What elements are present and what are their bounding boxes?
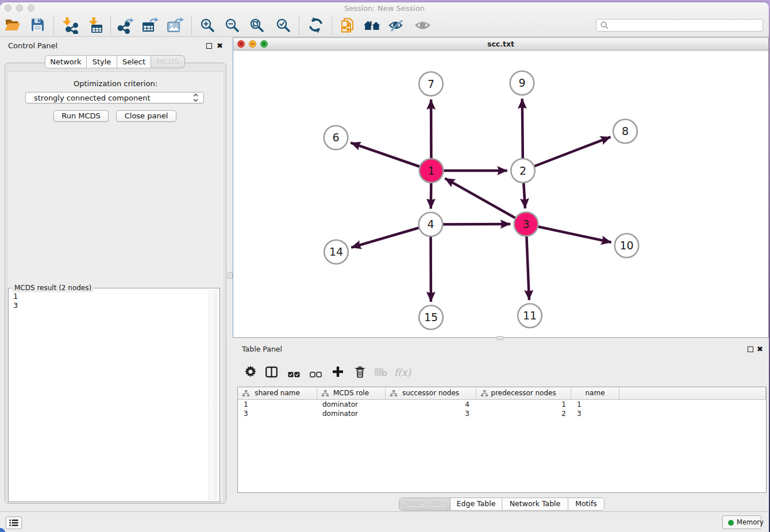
- tab-node-table[interactable]: Node Table: [399, 498, 451, 510]
- mcds-result-item: 1: [13, 292, 18, 301]
- gear-icon[interactable]: [244, 365, 257, 380]
- toolbar-separator: [191, 16, 192, 35]
- show-panel-icon[interactable]: [415, 19, 431, 34]
- zoom-selected-icon[interactable]: [275, 17, 291, 36]
- search-input[interactable]: [596, 19, 763, 32]
- table-row[interactable]: 3dominator323: [238, 409, 766, 418]
- table-cell: 1: [476, 400, 571, 409]
- hierarchy-icon: [321, 390, 329, 397]
- control-panel-float-button[interactable]: [206, 43, 212, 49]
- graph-node-label: 11: [523, 309, 537, 322]
- table-panel-tabs: Node Table Edge Table Network Table Moti…: [399, 498, 605, 511]
- table-panel-float-button[interactable]: [748, 346, 753, 352]
- control-panel-close-button[interactable]: ✖: [217, 43, 223, 49]
- toolbar-separator: [332, 16, 332, 35]
- graph-node-label: 10: [619, 239, 633, 252]
- tab-network-table[interactable]: Network Table: [502, 498, 568, 510]
- application-window: Session: New Session: [0, 2, 769, 532]
- graph-edge-2-8[interactable]: [523, 137, 611, 171]
- tab-motifs[interactable]: Motifs: [568, 498, 604, 510]
- tab-select[interactable]: Select: [117, 55, 151, 68]
- deselect-all-icon[interactable]: [310, 369, 322, 380]
- desktop: Session: New Session: [0, 0, 770, 532]
- new-table-icon[interactable]: [141, 17, 159, 36]
- export-image-icon[interactable]: [167, 17, 184, 36]
- memory-label: Memory: [737, 518, 764, 526]
- graph-node-label: 1: [428, 164, 434, 177]
- share-session-icon[interactable]: [340, 16, 356, 36]
- column-header-successor-nodes[interactable]: successor nodes: [386, 387, 476, 400]
- mcds-result-box: MCDS result (2 nodes) 13: [8, 288, 220, 502]
- graph-edge-3-10[interactable]: [526, 224, 611, 242]
- column-header-shared-name[interactable]: shared name: [238, 387, 317, 400]
- apply-layout-icon[interactable]: [307, 17, 324, 36]
- hierarchy-icon: [390, 390, 398, 397]
- graph-node-label: 4: [427, 218, 434, 230]
- hide-panel-icon[interactable]: [388, 18, 405, 35]
- zoom-out-icon[interactable]: [224, 17, 240, 36]
- toolbar-separator: [53, 16, 54, 35]
- column-header-predecessor-nodes[interactable]: predecessor nodes: [476, 387, 571, 400]
- function-icon[interactable]: f(x): [394, 367, 411, 378]
- mcds-result-list: 13: [13, 292, 18, 310]
- graph-node-label: 9: [518, 76, 525, 89]
- network-window-title: scc.txt: [233, 40, 768, 48]
- memory-status-dot: [728, 520, 734, 526]
- zoom-in-icon[interactable]: [199, 17, 215, 36]
- graph-node-label: 7: [428, 78, 434, 90]
- memory-button[interactable]: Memory: [722, 515, 761, 529]
- run-mcds-button[interactable]: Run MCDS: [53, 110, 109, 122]
- table-cell: dominator: [317, 409, 386, 418]
- horizontal-splitter-handle[interactable]: [496, 336, 503, 340]
- tab-mcds[interactable]: MCDS: [151, 55, 185, 68]
- graph-edge-1-6[interactable]: [351, 142, 431, 171]
- graph-node-label: 6: [332, 131, 339, 144]
- tab-edge-table[interactable]: Edge Table: [451, 498, 502, 510]
- select-all-icon[interactable]: [288, 369, 300, 380]
- delete-column-icon[interactable]: [355, 366, 365, 380]
- graph-edge-3-1[interactable]: [445, 178, 526, 224]
- tab-style[interactable]: Style: [87, 55, 117, 68]
- import-table-icon[interactable]: [87, 17, 103, 36]
- table-cell: 4: [386, 400, 476, 409]
- table-row[interactable]: 1dominator411: [238, 400, 766, 409]
- import-network-icon[interactable]: [62, 17, 79, 36]
- close-panel-button[interactable]: Close panel: [116, 110, 176, 122]
- chevron-up-down-icon: [193, 94, 198, 102]
- column-header-MCDS-role[interactable]: MCDS role: [317, 387, 386, 400]
- columns-icon[interactable]: [265, 367, 278, 380]
- list-icon: [9, 519, 18, 526]
- node-table[interactable]: shared nameMCDS rolesuccessor nodesprede…: [237, 387, 767, 493]
- graph-node-label: 15: [424, 311, 438, 323]
- hierarchy-icon: [242, 390, 250, 397]
- network-window-titlebar: scc.txt: [233, 38, 768, 51]
- criterion-select-value: strongly connected component: [34, 93, 151, 103]
- vertical-splitter-handle[interactable]: [228, 272, 233, 279]
- column-header-name[interactable]: name: [571, 387, 619, 400]
- graph-node-label: 8: [622, 125, 629, 137]
- criterion-select[interactable]: strongly connected component: [25, 92, 204, 103]
- main-toolbar: [0, 14, 769, 37]
- toolbar-separator: [110, 16, 111, 35]
- add-column-icon[interactable]: [332, 366, 344, 380]
- graph-node-label: 14: [329, 245, 343, 258]
- window-title: Session: New Session: [0, 4, 769, 13]
- open-session-icon[interactable]: [4, 18, 21, 35]
- save-session-icon[interactable]: [30, 17, 45, 35]
- control-panel-tabs: Network Style Select MCDS: [45, 55, 185, 68]
- table-panel-close-button[interactable]: ✖: [757, 346, 763, 353]
- zoom-fit-icon[interactable]: [249, 17, 265, 36]
- table-cell: 3: [386, 409, 476, 418]
- toolbar-separator: [299, 16, 299, 35]
- network-graph[interactable]: 1234678910111415: [233, 49, 768, 337]
- table-header: shared nameMCDS rolesuccessor nodesprede…: [238, 387, 766, 400]
- table-cell: 3: [238, 409, 317, 418]
- table-cell: dominator: [317, 400, 386, 409]
- home-icon[interactable]: [363, 18, 382, 34]
- hierarchy-icon: [480, 390, 488, 397]
- mcds-result-scrollbar[interactable]: [209, 290, 217, 500]
- new-network-icon[interactable]: [117, 17, 134, 36]
- task-history-button[interactable]: [6, 516, 22, 529]
- delete-table-icon[interactable]: [375, 368, 387, 379]
- tab-network[interactable]: Network: [45, 55, 87, 68]
